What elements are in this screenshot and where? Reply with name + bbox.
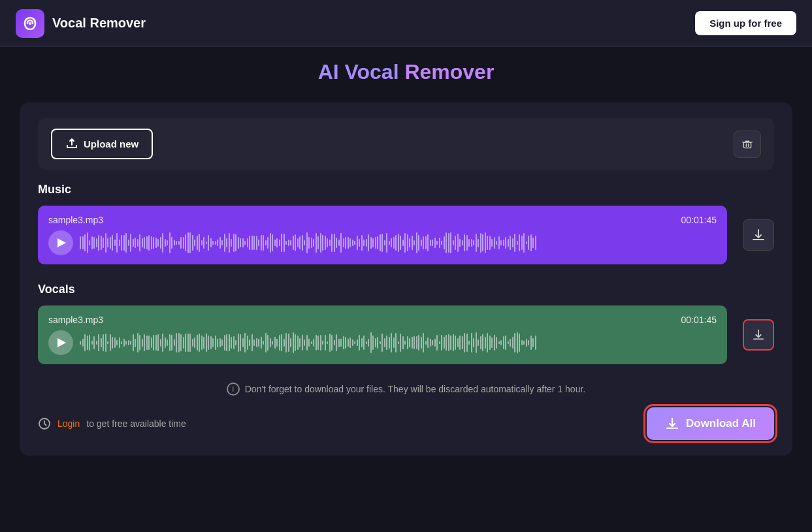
vocals-filename: sample3.mp3 [48, 315, 103, 325]
login-row: Login to get free available time [38, 417, 186, 430]
vocals-waveform [80, 331, 717, 354]
upload-new-label: Upload new [84, 138, 138, 149]
download-all-button[interactable]: Download All [647, 407, 774, 440]
info-icon: i [227, 383, 240, 396]
svg-rect-1 [743, 142, 751, 148]
page-title-wrap: AI Vocal Remover [20, 60, 792, 84]
music-play-icon [57, 238, 66, 247]
header-left: Vocal Remover [16, 9, 146, 38]
download-all-icon [665, 416, 679, 431]
music-waveform-row [48, 230, 717, 255]
vocals-download-button[interactable] [743, 319, 774, 351]
vocals-section-title: Vocals [38, 283, 774, 296]
music-filename-row: sample3.mp3 00:01:45 [48, 215, 717, 225]
music-waveform [80, 231, 717, 255]
signup-button[interactable]: Sign up for free [695, 11, 796, 35]
vocals-waveform-row [48, 330, 717, 355]
music-filename: sample3.mp3 [48, 215, 103, 225]
upload-icon [65, 136, 78, 151]
svg-point-0 [29, 22, 31, 25]
music-duration: 00:01:45 [681, 215, 717, 225]
footer-notice-text: Don't forget to download your files. The… [245, 384, 585, 394]
delete-button[interactable] [734, 131, 761, 158]
footer-notice: i Don't forget to download your files. T… [38, 383, 774, 396]
vocals-play-button[interactable] [48, 330, 73, 355]
music-download-button[interactable] [743, 219, 774, 251]
header: Vocal Remover Sign up for free [0, 0, 812, 47]
bottom-row: Login to get free available time Downloa… [38, 407, 774, 440]
app-logo [16, 9, 44, 38]
download-all-label: Download All [686, 417, 756, 430]
music-card-inner: sample3.mp3 00:01:45 [48, 215, 717, 255]
clock-icon [38, 417, 51, 430]
login-suffix: to get free available time [86, 418, 186, 429]
music-audio-card: sample3.mp3 00:01:45 [38, 206, 727, 264]
vocals-filename-row: sample3.mp3 00:01:45 [48, 315, 717, 325]
music-section: Music sample3.mp3 00:01:45 [38, 183, 774, 264]
upload-new-button[interactable]: Upload new [51, 129, 153, 159]
vocals-section: Vocals sample3.mp3 00:01:45 [38, 283, 774, 364]
vocals-play-icon [57, 338, 66, 347]
vocals-duration: 00:01:45 [681, 315, 717, 325]
header-title: Vocal Remover [52, 16, 146, 31]
vocals-card-inner: sample3.mp3 00:01:45 [48, 315, 717, 355]
upload-bar: Upload new [38, 118, 774, 170]
page-title-rest: Remover [399, 60, 495, 84]
login-link[interactable]: Login [57, 418, 80, 429]
vocals-audio-card: sample3.mp3 00:01:45 [38, 305, 727, 364]
music-section-title: Music [38, 183, 774, 196]
page-title-ai: AI Vocal [318, 60, 399, 84]
page-title: AI Vocal Remover [318, 60, 495, 84]
music-play-button[interactable] [48, 230, 73, 255]
